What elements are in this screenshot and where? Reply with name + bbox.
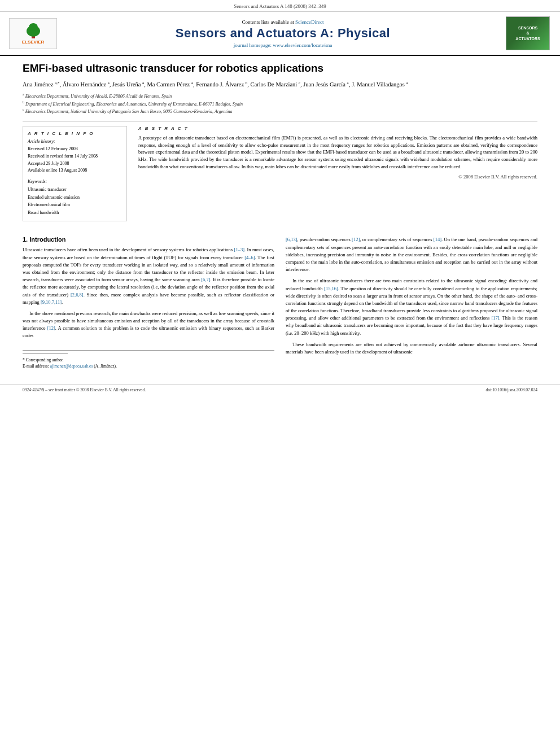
footnote-star: * Corresponding author. — [23, 357, 274, 363]
elsevier-logo: ELSEVIER — [9, 18, 57, 49]
history-accepted: Accepted 29 July 2008 — [28, 160, 122, 168]
body-para-4: In the use of ultrasonic transducers the… — [286, 277, 537, 337]
history-online: Available online 13 August 2008 — [28, 167, 122, 174]
ref-6-7: [6,7] — [201, 277, 210, 282]
ref-6-13: [6,13] — [286, 237, 298, 242]
svg-point-2 — [29, 23, 38, 31]
article-info-box: A R T I C L E I N F O Article history: R… — [23, 126, 127, 222]
authors-text: Ana Jiménez a,*, Álvaro Hernández a, Jes… — [23, 81, 408, 88]
sa-logo-text: SENSORS&ACTUATORS — [515, 25, 540, 41]
history-revised: Received in revised form 14 July 2008 — [28, 153, 122, 160]
keyword-1: Ultrasonic transducer — [28, 186, 122, 194]
ref-9-10-7-11: [9,10,7,11] — [41, 299, 62, 305]
history-label: Article history: — [28, 139, 122, 144]
body-right-text: [6,13], pseudo-random sequences [12], or… — [286, 236, 537, 356]
journal-header: ELSEVIER Contents lists available at Sci… — [0, 12, 560, 56]
main-content: EMFi-based ultrasonic transducer for rob… — [0, 56, 560, 375]
keywords-label: Keywords: — [28, 179, 122, 184]
affiliation-c: c Electronics Department, National Unive… — [23, 107, 537, 115]
ref-14: [14] — [434, 237, 441, 242]
abstract-label: A B S T R A C T — [138, 126, 537, 131]
contents-line: Contents lists available at ScienceDirec… — [60, 19, 506, 25]
footnote-area: * Corresponding author. E-mail address: … — [23, 350, 274, 370]
elsevier-logo-area: ELSEVIER — [9, 18, 60, 49]
ref-2-6-8: [2,6,8] — [71, 292, 84, 298]
elsevier-text: ELSEVIER — [22, 40, 45, 45]
journal-reference: Sensors and Actuators A 148 (2008) 342–3… — [234, 3, 326, 9]
journal-title: Sensors and Actuators A: Physical — [60, 26, 506, 41]
keyword-2: Encoded ultrasonic emission — [28, 194, 122, 202]
body-left-text: Ultrasonic transducers have often been u… — [23, 246, 274, 339]
email-link: ajimenez@depeca.uah.es — [50, 364, 93, 369]
sciencedirect-link[interactable]: ScienceDirect — [295, 19, 323, 25]
copyright-notice: © 2008 Elsevier B.V. All rights reserved… — [138, 174, 537, 180]
keyword-4: Broad bandwidth — [28, 209, 122, 217]
affiliation-b: b Department of Electrical Engineering, … — [23, 100, 537, 108]
issn-text: 0924-4247/$ – see front matter © 2008 El… — [23, 387, 146, 392]
ref-12: [12] — [47, 325, 55, 331]
elsevier-tree-icon — [19, 23, 47, 40]
doi-text: doi:10.1016/j.sna.2008.07.024 — [486, 387, 537, 392]
authors-line: Ana Jiménez a,*, Álvaro Hernández a, Jes… — [23, 80, 537, 89]
body-para-2: In the above mentioned previous research… — [23, 310, 274, 340]
body-para-5: These bandwidth requirements are often n… — [286, 341, 537, 356]
contents-label: Contents lists available at — [242, 19, 294, 25]
article-info-col: A R T I C L E I N F O Article history: R… — [23, 126, 127, 228]
sa-logo-area: SENSORS&ACTUATORS — [506, 16, 551, 50]
ref-17: [17] — [491, 315, 499, 321]
homepage-label: journal homepage: www.elsevier.com/locat… — [234, 42, 332, 48]
footnote-email: E-mail address: ajimenez@depeca.uah.es (… — [23, 363, 274, 369]
header-divider — [23, 121, 537, 121]
info-abstract-area: A R T I C L E I N F O Article history: R… — [23, 126, 537, 228]
ref-15-16: [15,16] — [324, 286, 338, 291]
body-para-3: [6,13], pseudo-random sequences [12], or… — [286, 236, 537, 273]
ref-4-6: [4–6] — [244, 255, 255, 260]
affiliation-a: a Electronics Department, University of … — [23, 92, 537, 100]
bottom-bar: 0924-4247/$ – see front matter © 2008 El… — [0, 384, 560, 395]
section1-heading: 1. Introduction — [23, 236, 274, 243]
top-bar: Sensors and Actuators A 148 (2008) 342–3… — [0, 0, 560, 12]
body-two-col: 1. Introduction Ultrasonic transducers h… — [23, 236, 537, 369]
body-left-col: 1. Introduction Ultrasonic transducers h… — [23, 236, 274, 369]
body-content: 1. Introduction Ultrasonic transducers h… — [23, 236, 537, 369]
journal-center-info: Contents lists available at ScienceDirec… — [60, 19, 506, 48]
keyword-3: Electromechanical film — [28, 201, 122, 209]
keywords-section: Keywords: Ultrasonic transducer Encoded … — [28, 179, 122, 216]
abstract-text: A prototype of an ultrasonic transducer … — [138, 134, 537, 171]
sa-logo: SENSORS&ACTUATORS — [506, 16, 550, 50]
ref-1-3: [1–3] — [234, 247, 244, 252]
journal-homepage: journal homepage: www.elsevier.com/locat… — [60, 42, 506, 48]
article-info-label: A R T I C L E I N F O — [28, 131, 122, 136]
body-right-col: [6,13], pseudo-random sequences [12], or… — [286, 236, 537, 369]
footnote-divider — [23, 353, 68, 354]
article-title: EMFi-based ultrasonic transducer for rob… — [23, 62, 537, 76]
body-para-1: Ultrasonic transducers have often been u… — [23, 246, 274, 305]
abstract-section: A B S T R A C T A prototype of an ultras… — [138, 126, 537, 228]
ref-12b: [12] — [352, 237, 360, 242]
affiliations: a Electronics Department, University of … — [23, 92, 537, 115]
history-received: Received 12 February 2008 — [28, 146, 122, 153]
